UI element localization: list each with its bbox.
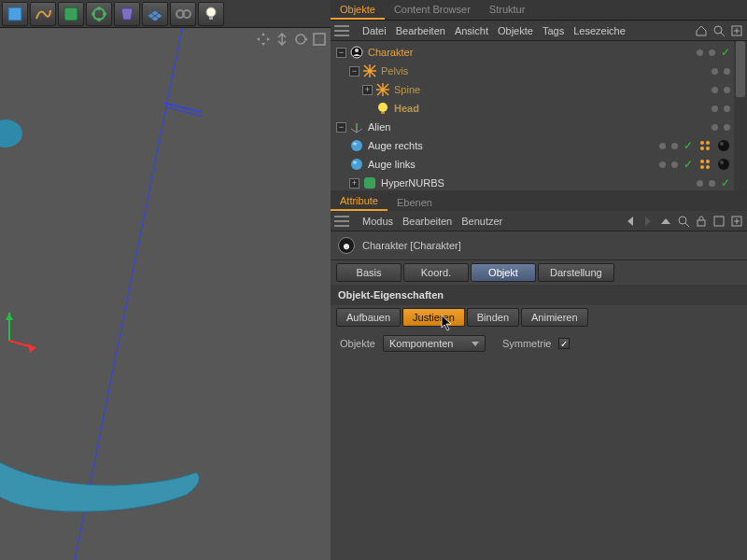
objects-label: Objekte (340, 338, 375, 349)
tree-row-pelvis[interactable]: − Pelvis (331, 62, 734, 80)
subtab-coord[interactable]: Koord. (403, 263, 469, 282)
deformer-tool[interactable] (114, 2, 140, 26)
svg-line-16 (163, 103, 201, 112)
expand-icon[interactable] (730, 215, 743, 228)
tree-row-eye-left[interactable]: Auge links ✓ (331, 155, 734, 174)
hamburger-icon[interactable] (334, 216, 349, 227)
svg-line-51 (685, 223, 689, 227)
tab-attribute[interactable]: Attribute (331, 191, 388, 211)
components-dropdown[interactable]: Komponenten (383, 335, 486, 352)
mode-adjust[interactable]: Justieren (402, 308, 465, 327)
viewport[interactable] (0, 28, 331, 560)
up-icon[interactable] (659, 215, 672, 228)
floor-tool[interactable] (142, 2, 168, 26)
tree-label: Spine (394, 84, 420, 95)
section-header: Objekt-Eigenschaften (331, 285, 747, 305)
svg-point-3 (97, 7, 101, 10)
generator-tool[interactable] (86, 2, 112, 26)
menu-user[interactable]: Benutzer (461, 216, 502, 227)
svg-point-27 (355, 49, 359, 52)
lock-icon[interactable] (695, 215, 708, 228)
mode-bind[interactable]: Binden (467, 308, 519, 327)
object-name: Charakter [Charakter] (362, 240, 461, 251)
scrollbar[interactable] (734, 41, 747, 190)
subtab-basic[interactable]: Basis (336, 263, 402, 282)
svg-rect-12 (209, 17, 213, 20)
menu-file[interactable]: Datei (362, 25, 387, 36)
object-name-header: ☻ Charakter [Charakter] (331, 231, 747, 260)
svg-point-43 (700, 160, 704, 163)
menu-tags[interactable]: Tags (543, 25, 564, 36)
tree-row-head[interactable]: Head (331, 99, 734, 118)
tree-label: Charakter (368, 47, 413, 58)
tree-row-character[interactable]: − Charakter ✓ (331, 43, 734, 62)
hamburger-icon[interactable] (334, 25, 349, 36)
property-subtabs: Basis Koord. Objekt Darstellung (331, 260, 747, 285)
symmetry-label: Symmetrie (502, 338, 552, 349)
scroll-thumb[interactable] (736, 41, 745, 97)
expander-icon[interactable]: − (336, 48, 346, 58)
svg-point-21 (714, 26, 722, 34)
svg-point-5 (97, 18, 101, 21)
svg-point-34 (353, 143, 357, 146)
spline-tool[interactable] (30, 2, 56, 26)
tree-label: Pelvis (381, 65, 408, 77)
svg-point-38 (706, 147, 710, 150)
back-icon[interactable] (624, 215, 637, 228)
material-tag-icon[interactable] (717, 139, 730, 152)
light-tool[interactable] (198, 2, 224, 26)
expander-icon[interactable]: + (362, 85, 373, 95)
cube-tool[interactable] (2, 2, 28, 26)
tree-label: Auge links (368, 159, 416, 170)
svg-rect-1 (64, 7, 78, 21)
expander-icon[interactable]: − (349, 66, 359, 77)
svg-point-6 (92, 12, 95, 16)
new-window-icon[interactable] (712, 215, 726, 228)
svg-point-50 (679, 217, 686, 224)
svg-rect-0 (8, 7, 21, 21)
tree-row-spine[interactable]: + Spine (331, 80, 734, 99)
material-tag-icon[interactable] (717, 158, 730, 171)
search-icon[interactable] (677, 215, 690, 228)
dropdown-value: Komponenten (389, 338, 454, 349)
menu-objects[interactable]: Objekte (498, 25, 533, 36)
texture-tag-icon[interactable] (698, 158, 712, 171)
expander-icon[interactable]: − (336, 122, 346, 133)
menu-bookmarks[interactable]: Lesezeiche (573, 25, 626, 36)
svg-point-28 (378, 103, 388, 112)
expand-icon[interactable] (730, 24, 743, 37)
mode-build[interactable]: Aufbauen (336, 308, 401, 327)
camera-tool[interactable] (170, 2, 196, 26)
mode-animate[interactable]: Animieren (521, 308, 588, 327)
svg-point-37 (700, 147, 704, 150)
subtab-display[interactable]: Darstellung (538, 263, 614, 282)
expander-icon[interactable]: + (349, 178, 359, 189)
menu-mode[interactable]: Modus (362, 216, 393, 227)
home-icon[interactable] (695, 24, 708, 37)
tab-objects[interactable]: Objekte (331, 0, 385, 20)
subtab-object[interactable]: Objekt (471, 263, 536, 282)
texture-tag-icon[interactable] (698, 139, 712, 152)
tree-label: Auge rechts (368, 140, 423, 151)
empty-area (331, 357, 747, 560)
search-icon[interactable] (712, 24, 726, 37)
nurbs-tool[interactable] (58, 2, 84, 26)
menu-edit[interactable]: Bearbeiten (396, 25, 445, 36)
character-icon: ☻ (338, 237, 355, 254)
character-icon (349, 45, 364, 60)
tree-row-eye-right[interactable]: Auge rechts ✓ (331, 136, 734, 155)
svg-point-45 (700, 165, 704, 169)
tree-row-alien[interactable]: − Alien (331, 118, 734, 136)
tab-layers[interactable]: Ebenen (388, 193, 442, 211)
menu-view[interactable]: Ansicht (455, 25, 488, 36)
tab-content-browser[interactable]: Content Browser (385, 0, 480, 20)
svg-point-20 (0, 119, 22, 147)
forward-icon[interactable] (641, 215, 655, 228)
symmetry-checkbox[interactable]: ✓ (558, 338, 570, 349)
mode-tabs: Aufbauen Justieren Binden Animieren (331, 305, 747, 329)
tab-structure[interactable]: Struktur (480, 0, 535, 20)
svg-point-40 (720, 142, 724, 146)
tree-row-hypernurbs[interactable]: + HyperNURBS ✓ (331, 174, 734, 190)
object-tree: − Charakter ✓ − Pelvis + Spine (331, 41, 747, 190)
menu-edit[interactable]: Bearbeiten (402, 216, 452, 227)
